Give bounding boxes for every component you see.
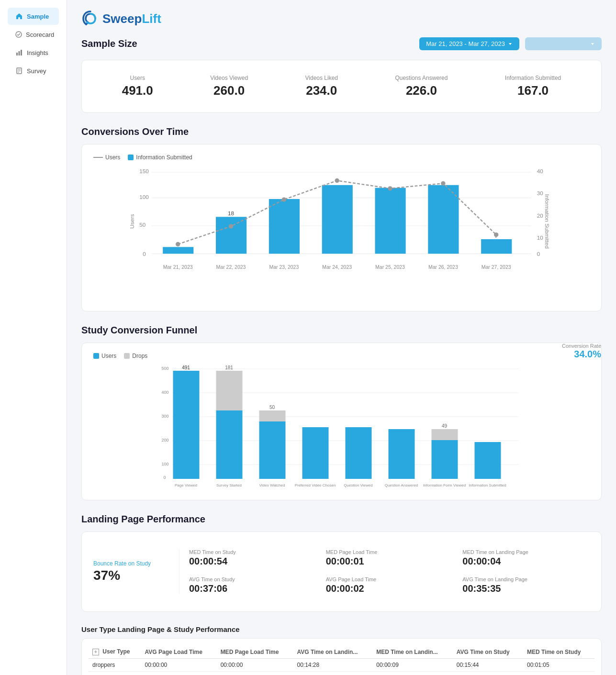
bounce-rate-container: Bounce Rate on Study 37% xyxy=(93,549,179,594)
row-droppers-avg-landing: 00:14:28 xyxy=(293,659,372,672)
stat-info-submitted-label: Information Submitted xyxy=(505,75,561,81)
svg-text:Video Watched: Video Watched xyxy=(259,483,285,487)
line-dot-7 xyxy=(494,232,498,237)
bar-mar22 xyxy=(216,217,246,254)
stat-videos-liked-value: 234.0 xyxy=(305,83,338,98)
line-dot-2 xyxy=(229,224,233,229)
bar-mar21 xyxy=(163,247,193,254)
svg-text:300: 300 xyxy=(162,414,169,419)
funnel-bar-survey-drops xyxy=(216,371,243,410)
bounce-rate-value: 37% xyxy=(93,568,179,583)
funnel-chart-svg: 500 400 300 200 100 0 491 Page Viewed xyxy=(93,364,590,488)
col-header-avg-page-load: AVG Page Load Time xyxy=(141,645,217,659)
svg-text:Preferred Video Chosen: Preferred Video Chosen xyxy=(295,483,336,487)
med-page-load-value: 00:00:01 xyxy=(326,556,453,567)
funnel-bar-info-form-users xyxy=(432,440,458,479)
med-landing-page: MED Time on Landing Page 00:00:04 xyxy=(462,549,590,567)
avg-page-load-label: AVG Page Load Time xyxy=(326,576,453,582)
funnel-section: Study Conversion Funnel Users Drops Conv… xyxy=(81,325,602,500)
row-completers-med-landing: 00:00:10 xyxy=(372,672,453,675)
avg-landing-page: AVG Time on Landing Page 00:35:35 xyxy=(462,576,590,594)
col-header-avg-landing: AVG Time on Landin... xyxy=(293,645,372,659)
avg-time-study-value: 00:37:06 xyxy=(189,583,316,594)
svg-text:49: 49 xyxy=(442,423,448,429)
users-line-icon xyxy=(93,157,103,158)
sample-size-section: Sample Size Mar 21, 2023 - Mar 27, 2023 … xyxy=(81,37,602,113)
svg-text:Survey Started: Survey Started xyxy=(216,483,242,487)
svg-text:Mar 26, 2023: Mar 26, 2023 xyxy=(428,264,458,270)
med-time-study-value: 00:00:54 xyxy=(189,556,316,567)
logo-sweep: Sweep xyxy=(102,11,142,26)
sidebar-label-survey: Survey xyxy=(27,67,46,75)
funnel-bar-video-users xyxy=(259,421,286,479)
line-dot-5 xyxy=(388,186,392,190)
svg-text:Mar 25, 2023: Mar 25, 2023 xyxy=(375,264,405,270)
filter-pill[interactable] xyxy=(525,37,602,50)
stat-videos-viewed-label: Videos Viewed xyxy=(210,75,248,81)
sidebar-label-sample: Sample xyxy=(27,13,49,20)
svg-text:30: 30 xyxy=(537,190,543,196)
sidebar-item-sample[interactable]: Sample xyxy=(8,8,59,25)
stat-videos-liked-label: Videos Liked xyxy=(305,75,338,81)
avg-page-load: AVG Page Load Time 00:00:02 xyxy=(326,576,453,594)
col-header-med-study: MED Time on Study xyxy=(523,645,594,659)
svg-text:Question Viewed: Question Viewed xyxy=(344,483,372,487)
landing-page-section: Landing Page Performance Bounce Rate on … xyxy=(81,514,602,675)
bounce-rate-label: Bounce Rate on Study xyxy=(93,560,179,567)
avg-time-study-label: AVG Time on Study xyxy=(189,576,316,582)
funnel-legend-users-label: Users xyxy=(101,353,116,359)
conversions-title: Conversions Over Time xyxy=(81,126,602,137)
svg-text:Mar 27, 2023: Mar 27, 2023 xyxy=(482,264,511,270)
stat-questions-answered: Questions Answered 226.0 xyxy=(395,75,448,98)
legend-users-item: Users xyxy=(93,154,120,161)
conversion-rate-value: 34.0% xyxy=(562,349,601,360)
line-dot-3 xyxy=(282,198,286,202)
med-time-study-label: MED Time on Study xyxy=(189,549,316,555)
svg-text:500: 500 xyxy=(162,366,169,371)
avg-landing-label: AVG Time on Landing Page xyxy=(462,576,590,582)
home-icon xyxy=(15,12,23,20)
legend-info-item: Information Submitted xyxy=(128,154,192,161)
line-dot-6 xyxy=(441,181,445,186)
logo-lift: Lift xyxy=(142,11,161,26)
med-time-on-study: MED Time on Study 00:00:54 xyxy=(189,549,316,567)
svg-text:10: 10 xyxy=(537,234,543,241)
stat-videos-liked: Videos Liked 234.0 xyxy=(305,75,338,98)
svg-text:0: 0 xyxy=(537,251,540,257)
svg-text:Information Submitted: Information Submitted xyxy=(469,483,506,487)
col-user-type-label: User Type xyxy=(102,648,130,655)
svg-text:Question Answered: Question Answered xyxy=(385,483,418,487)
sidebar-item-insights[interactable]: Insights xyxy=(8,44,59,61)
svg-text:40: 40 xyxy=(537,168,543,174)
svg-rect-1 xyxy=(16,53,18,55)
svg-text:Mar 22, 2023: Mar 22, 2023 xyxy=(216,264,246,270)
svg-text:234: 234 xyxy=(354,421,362,427)
expand-icon[interactable]: + xyxy=(92,649,99,655)
sidebar-item-scorecard[interactable]: Scorecard xyxy=(8,26,59,43)
filter-text xyxy=(532,40,587,47)
funnel-title: Study Conversion Funnel xyxy=(81,325,602,336)
funnel-bar-video-drops xyxy=(259,410,286,421)
row-droppers-med-landing: 00:00:09 xyxy=(372,659,453,672)
avg-landing-value: 00:35:35 xyxy=(462,583,590,594)
funnel-legend-drops: Drops xyxy=(124,353,147,359)
svg-text:150: 150 xyxy=(139,168,149,174)
conversions-legend: Users Information Submitted xyxy=(93,154,590,161)
row-completers-avg-landing: 00:58:02 xyxy=(293,672,372,675)
svg-text:100: 100 xyxy=(139,194,149,200)
svg-text:234: 234 xyxy=(311,421,319,427)
svg-text:Information Form Viewed: Information Form Viewed xyxy=(423,483,466,487)
svg-text:18: 18 xyxy=(228,210,234,216)
funnel-legend: Users Drops xyxy=(93,353,147,359)
med-landing-label: MED Time on Landing Page xyxy=(462,549,590,555)
stat-users-value: 491.0 xyxy=(122,83,153,98)
sidebar-item-survey[interactable]: Survey xyxy=(8,62,59,79)
conversion-rate-label: Conversion Rate xyxy=(562,343,601,349)
user-type-table-body: droppers 00:00:00 00:00:00 00:14:28 00:0… xyxy=(89,659,594,675)
svg-text:Mar 21, 2023: Mar 21, 2023 xyxy=(163,264,193,270)
date-range-pill[interactable]: Mar 21, 2023 - Mar 27, 2023 xyxy=(419,37,519,50)
svg-text:167: 167 xyxy=(483,436,492,442)
funnel-drops-icon xyxy=(124,353,130,359)
funnel-bar-info-submitted xyxy=(475,442,501,479)
funnel-legend-drops-label: Drops xyxy=(132,353,147,359)
